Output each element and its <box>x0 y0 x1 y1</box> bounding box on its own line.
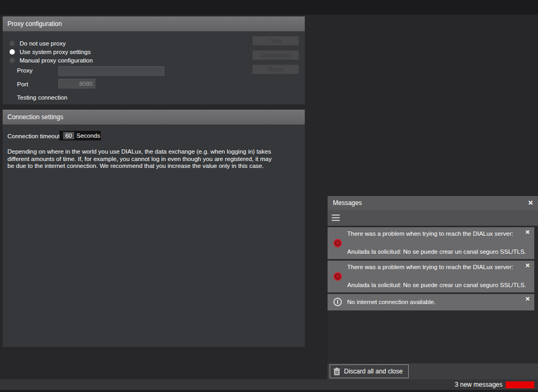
radio-icon[interactable] <box>10 58 15 63</box>
proxy-input[interactable] <box>58 66 164 76</box>
timeout-value[interactable]: 60 <box>63 132 74 139</box>
status-bar: 3 new messages <box>0 379 538 390</box>
message-line1: There was a problem when trying to reach… <box>347 230 521 237</box>
reset-button[interactable]: Reset <box>252 65 299 74</box>
messages-title: Messages <box>333 196 362 210</box>
timeout-description: Depending on where in the world you use … <box>7 148 274 170</box>
close-icon[interactable]: ✕ <box>525 229 530 236</box>
radio-icon[interactable] <box>10 49 15 55</box>
proxy-field-label: Proxy <box>17 67 32 74</box>
radio-option-use-system-proxy[interactable]: Use system proxy settings <box>10 48 91 56</box>
connection-timeout-label: Connection timeout <box>7 133 60 139</box>
close-icon[interactable]: ✕ <box>525 296 530 302</box>
menu-icon[interactable] <box>332 215 340 221</box>
test-button[interactable]: Test <box>252 36 299 46</box>
messages-list: ✕ There was a problem when trying to rea… <box>328 226 538 363</box>
messages-header: Messages ✕ <box>328 196 538 210</box>
radio-option-label: Use system proxy settings <box>20 49 91 55</box>
message-item-error: ✕ There was a problem when trying to rea… <box>328 261 534 292</box>
new-messages-count[interactable]: 3 new messages <box>455 381 502 388</box>
message-line1: No internet connection available. <box>347 299 521 305</box>
testing-connection-status: Testing connection <box>17 94 67 101</box>
timeout-unit-label: Seconds <box>76 132 100 139</box>
discard-button-label: Discard all and close <box>344 368 403 375</box>
connection-settings-panel: Connection settings Connection timeout 6… <box>3 110 305 347</box>
dialux-settings-screen: Proxy configuration Do not use proxy Use… <box>0 0 538 392</box>
message-line2: Anulada la solicitud: No se puede crear … <box>347 248 527 255</box>
credentials-button[interactable]: Credentials <box>252 50 299 60</box>
radio-option-manual-proxy[interactable]: Manual proxy configuration <box>10 56 93 65</box>
connection-panel-title: Connection settings <box>3 110 305 124</box>
messages-panel: Messages ✕ ✕ There was a problem when tr… <box>328 196 538 379</box>
messages-footer: Discard all and close <box>328 363 538 379</box>
proxy-configuration-panel: Proxy configuration Do not use proxy Use… <box>3 16 305 104</box>
message-line1: There was a problem when trying to reach… <box>347 264 521 270</box>
message-item-info: ✕ No internet connection available. <box>328 294 534 310</box>
bottom-strip <box>0 390 538 392</box>
discard-all-and-close-button[interactable]: Discard all and close <box>330 364 409 378</box>
new-messages-badge[interactable] <box>506 381 534 388</box>
radio-option-do-not-use-proxy[interactable]: Do not use proxy <box>10 39 66 48</box>
error-icon <box>333 272 342 281</box>
message-line2: Anulada la solicitud: No se puede crear … <box>347 282 527 288</box>
trash-icon <box>333 368 340 376</box>
message-item-error: ✕ There was a problem when trying to rea… <box>328 227 534 259</box>
radio-icon[interactable] <box>10 41 15 46</box>
port-field-label: Port <box>17 81 28 87</box>
info-icon <box>333 298 342 306</box>
messages-toolbar <box>328 210 538 226</box>
error-icon <box>333 239 342 247</box>
port-input[interactable] <box>58 79 95 88</box>
timeout-spinner[interactable]: 60 Seconds <box>59 131 101 140</box>
close-icon[interactable]: ✕ <box>528 196 533 210</box>
radio-option-label: Do not use proxy <box>20 40 66 47</box>
radio-option-label: Manual proxy configuration <box>20 57 93 64</box>
close-icon[interactable]: ✕ <box>525 262 530 269</box>
proxy-panel-title: Proxy configuration <box>3 16 305 31</box>
top-strip <box>0 0 538 15</box>
